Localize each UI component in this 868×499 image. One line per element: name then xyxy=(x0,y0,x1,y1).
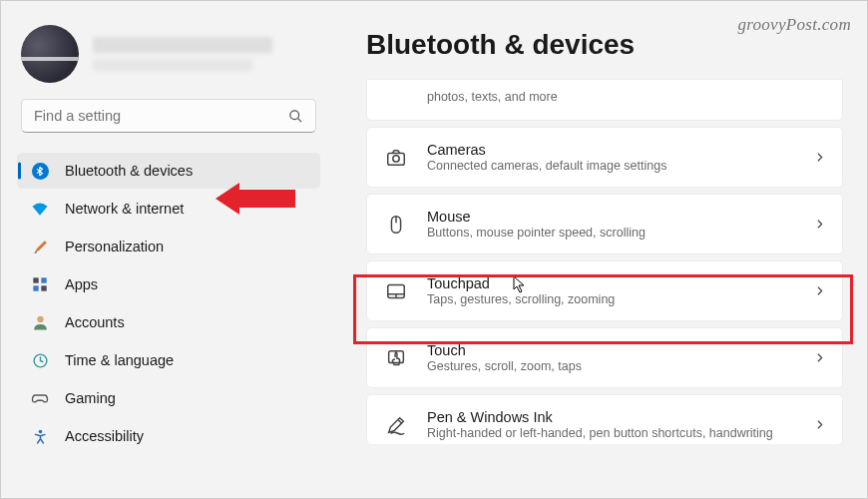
profile-email-redacted xyxy=(93,59,252,71)
search-icon xyxy=(288,109,303,124)
accessibility-icon xyxy=(31,427,49,445)
card-cameras[interactable]: Cameras Connected cameras, default image… xyxy=(366,127,843,188)
nav-label: Network & internet xyxy=(65,201,184,217)
nav-label: Personalization xyxy=(65,239,164,254)
profile-text xyxy=(93,37,320,71)
card-title: Mouse xyxy=(427,209,793,225)
card-title: Touch xyxy=(427,342,793,358)
card-mouse[interactable]: Mouse Buttons, mouse pointer speed, scro… xyxy=(366,194,843,254)
nav-item-personalization[interactable]: Personalization xyxy=(17,229,320,264)
mouse-icon xyxy=(385,214,407,236)
svg-rect-6 xyxy=(41,285,46,290)
pen-icon xyxy=(385,414,407,436)
nav-item-gaming[interactable]: Gaming xyxy=(17,380,320,416)
nav-item-bluetooth-devices[interactable]: Bluetooth & devices xyxy=(17,153,320,189)
nav-label: Time & language xyxy=(65,352,174,368)
sidebar: Bluetooth & devices Network & internet P… xyxy=(1,1,328,498)
main-content: Bluetooth & devices photos, texts, and m… xyxy=(340,1,867,498)
chevron-right-icon xyxy=(813,151,826,164)
nav-list: Bluetooth & devices Network & internet P… xyxy=(17,153,320,454)
nav-label: Accounts xyxy=(65,314,125,330)
svg-point-7 xyxy=(37,315,43,321)
apps-icon xyxy=(31,275,49,293)
svg-line-1 xyxy=(297,118,301,122)
svg-point-9 xyxy=(38,429,42,433)
profile-name-redacted xyxy=(93,37,272,53)
bluetooth-icon xyxy=(31,162,49,180)
card-touch[interactable]: Touch Gestures, scroll, zoom, taps xyxy=(366,327,843,388)
search-input[interactable] xyxy=(34,108,288,124)
nav-label: Bluetooth & devices xyxy=(65,163,193,179)
card-title: Pen & Windows Ink xyxy=(427,409,793,425)
card-your-phone-partial[interactable]: photos, texts, and more xyxy=(366,79,843,121)
nav-item-time-language[interactable]: Time & language xyxy=(17,342,320,378)
svg-point-0 xyxy=(290,110,299,119)
paintbrush-icon xyxy=(31,238,49,255)
card-sub: Taps, gestures, scrolling, zooming xyxy=(427,292,793,306)
card-sub: photos, texts, and more xyxy=(427,90,806,104)
wifi-icon xyxy=(31,200,49,218)
card-title: Cameras xyxy=(427,142,793,158)
card-touchpad[interactable]: Touchpad Taps, gestures, scrolling, zoom… xyxy=(366,260,843,321)
person-icon xyxy=(31,313,49,331)
avatar xyxy=(21,25,79,83)
watermark: groovyPost.com xyxy=(737,15,851,35)
nav-item-accounts[interactable]: Accounts xyxy=(17,304,320,340)
svg-rect-4 xyxy=(41,277,46,282)
chevron-right-icon xyxy=(813,284,826,297)
svg-point-11 xyxy=(393,155,399,161)
phone-icon xyxy=(385,86,407,108)
chevron-right-icon xyxy=(813,418,826,431)
touchpad-icon xyxy=(385,280,407,302)
nav-label: Gaming xyxy=(65,390,116,406)
nav-label: Accessibility xyxy=(65,428,144,444)
card-sub: Right-handed or left-handed, pen button … xyxy=(427,426,793,440)
nav-item-network[interactable]: Network & internet xyxy=(17,191,320,227)
profile-header[interactable] xyxy=(17,17,320,99)
nav-item-accessibility[interactable]: Accessibility xyxy=(17,418,320,454)
svg-rect-5 xyxy=(33,285,38,290)
chevron-right-icon xyxy=(813,351,826,364)
card-sub: Connected cameras, default image setting… xyxy=(427,159,793,173)
nav-item-apps[interactable]: Apps xyxy=(17,266,320,302)
clock-globe-icon xyxy=(31,351,49,369)
nav-label: Apps xyxy=(65,276,98,292)
search-box[interactable] xyxy=(21,99,316,133)
svg-rect-3 xyxy=(33,277,38,282)
card-sub: Buttons, mouse pointer speed, scrolling xyxy=(427,226,793,240)
card-pen[interactable]: Pen & Windows Ink Right-handed or left-h… xyxy=(366,394,843,444)
gamepad-icon xyxy=(31,389,49,407)
card-sub: Gestures, scroll, zoom, taps xyxy=(427,359,793,373)
touch-icon xyxy=(385,347,407,369)
card-title: Touchpad xyxy=(427,275,793,291)
chevron-right-icon xyxy=(813,218,826,231)
camera-icon xyxy=(385,147,407,169)
